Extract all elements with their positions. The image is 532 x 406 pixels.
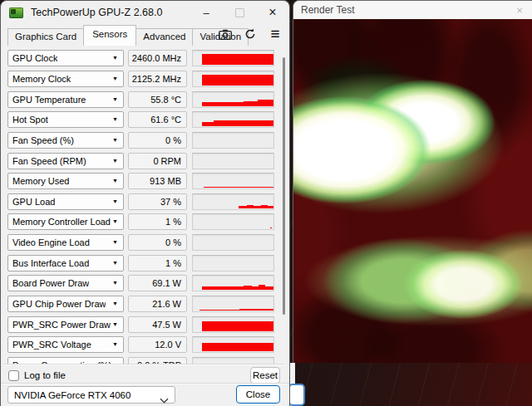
window-title: TechPowerUp GPU-Z 2.68.0 — [31, 7, 162, 18]
dropdown-arrow-icon: ▼ — [112, 218, 118, 224]
sensor-dropdown[interactable]: GPU Load ▼ — [7, 193, 124, 210]
tab-sensors[interactable]: Sensors — [83, 25, 136, 46]
close-button[interactable]: Close — [236, 385, 280, 404]
graph-bar — [239, 309, 273, 311]
graph-bar — [214, 120, 257, 126]
sensor-dropdown[interactable]: Bus Interface Load ▼ — [7, 255, 124, 271]
gpu-select-dropdown[interactable]: NVIDIA GeForce RTX 4060 — [7, 386, 175, 404]
sensor-dropdown[interactable]: PWR_SRC Voltage ▼ — [7, 336, 124, 353]
sensor-row: GPU Clock ▼ 2460.0 MHz — [1, 48, 291, 69]
dropdown-arrow-icon: ▼ — [112, 76, 118, 81]
scrollbar-thumb[interactable] — [283, 57, 285, 315]
refresh-icon[interactable] — [243, 27, 258, 41]
sensor-graph — [192, 153, 274, 169]
sensor-value-box: 0 % — [128, 234, 187, 251]
sensor-graph — [192, 275, 274, 291]
gpuz-window: TechPowerUp GPU-Z 2.68.0 – × Graphics Ca… — [0, 0, 290, 406]
sensor-dropdown[interactable]: PWR_SRC Power Draw ▼ — [7, 316, 124, 333]
sensor-row: Fan Speed (%) ▼ 0 % — [1, 130, 291, 151]
graph-bar — [244, 286, 252, 291]
sensor-value-box: 0 RPM — [128, 153, 187, 169]
maximize-button[interactable] — [223, 2, 256, 23]
sensor-graph — [192, 132, 274, 149]
graph-bar — [204, 187, 273, 188]
sensor-graph — [192, 173, 274, 189]
sensor-graph — [192, 91, 274, 108]
sensor-label: PWR_SRC Power Draw — [12, 320, 111, 330]
reset-button[interactable]: Reset — [250, 367, 280, 384]
sensor-dropdown[interactable]: Memory Used ▼ — [7, 173, 124, 189]
camera-icon[interactable] — [218, 27, 233, 41]
sensor-value-box: 2125.2 MHz — [128, 71, 187, 87]
close-window-button[interactable]: × — [256, 2, 289, 23]
sensor-value-box: 0 % — [128, 132, 187, 149]
sensor-graph — [192, 71, 274, 87]
graph-bar — [254, 206, 262, 208]
sensor-value-box: 12.0 V — [128, 336, 187, 353]
sensor-graph — [192, 316, 274, 333]
background-button-fragment — [288, 384, 305, 406]
render-test-titlebar: Render Test × — [293, 1, 532, 19]
graph-bar — [202, 343, 273, 351]
sensor-label: Memory Clock — [12, 74, 71, 84]
sensor-dropdown[interactable]: Memory Clock ▼ — [7, 71, 124, 87]
graph-bar — [270, 227, 272, 228]
maximize-icon — [235, 8, 244, 17]
graph-bar — [259, 285, 266, 290]
sensor-dropdown[interactable]: Board Power Draw ▼ — [7, 275, 124, 291]
render-test-window: Render Test × — [293, 0, 532, 363]
graph-bar — [202, 54, 273, 65]
sensor-value-box: 55.8 °C — [128, 91, 187, 108]
dropdown-arrow-icon: ▼ — [112, 301, 118, 306]
sensor-row: PWR_SRC Power Draw ▼ 47.5 W — [1, 314, 291, 335]
sensor-value: 2460.0 MHz — [132, 53, 181, 63]
sensor-label: GPU Chip Power Draw — [12, 299, 106, 309]
graph-bar — [202, 102, 244, 106]
sensor-dropdown[interactable]: Memory Controller Load ▼ — [7, 213, 124, 230]
graph-bar — [244, 101, 257, 106]
sensor-value: 12.0 V — [155, 340, 181, 350]
sensor-dropdown[interactable]: Fan Speed (RPM) ▼ — [7, 153, 124, 169]
sensor-dropdown[interactable]: GPU Temperature ▼ — [7, 91, 124, 108]
sensor-dropdown[interactable]: GPU Chip Power Draw ▼ — [7, 296, 124, 312]
sensor-label: GPU Clock — [12, 53, 57, 63]
tab-advanced[interactable]: Advanced — [135, 28, 193, 46]
sensor-list: GPU Clock ▼ 2460.0 MHz Memory Clock ▼ 21… — [1, 48, 291, 364]
sensor-dropdown[interactable]: Video Engine Load ▼ — [7, 234, 124, 251]
log-to-file-label: Log to file — [24, 370, 66, 380]
sensor-value: 913 MB — [150, 176, 181, 186]
sensor-row: Hot Spot ▼ 61.6 °C — [1, 110, 291, 130]
graph-bar — [202, 75, 273, 86]
sensor-row: Board Power Draw ▼ 69.1 W — [1, 273, 291, 294]
minimize-button[interactable]: – — [190, 2, 223, 23]
gpuz-titlebar: TechPowerUp GPU-Z 2.68.0 – × — [1, 1, 289, 24]
sensor-value: 69.1 W — [152, 278, 181, 288]
sensor-graph — [192, 193, 274, 210]
dropdown-arrow-icon: ▼ — [112, 341, 118, 347]
sensor-value: 55.8 °C — [150, 95, 181, 105]
sensor-label: Bus Interface Load — [12, 258, 89, 268]
sensor-label: GPU Load — [12, 197, 55, 207]
dropdown-arrow-icon: ▼ — [112, 96, 118, 102]
sensor-graph — [192, 111, 274, 128]
sensor-label: PWR_SRC Voltage — [12, 340, 91, 350]
tab-graphics-card[interactable]: Graphics Card — [7, 28, 84, 46]
graph-bar — [258, 100, 273, 105]
sensor-row: Video Engine Load ▼ 0 % — [1, 232, 291, 253]
dropdown-arrow-icon: ▼ — [112, 158, 118, 164]
divider — [1, 383, 289, 384]
dropdown-arrow-icon: ▼ — [112, 55, 118, 61]
sensor-row: Memory Used ▼ 913 MB — [1, 171, 291, 192]
sensor-dropdown[interactable]: GPU Clock ▼ — [7, 50, 124, 66]
sensor-value: 2125.2 MHz — [132, 74, 181, 84]
graph-bar — [239, 206, 247, 208]
menu-icon[interactable]: ≡ — [268, 27, 283, 41]
render-test-close-button[interactable]: × — [512, 3, 527, 17]
sensor-dropdown[interactable]: Fan Speed (%) ▼ — [7, 132, 124, 149]
sensor-dropdown[interactable]: Power Consumption (%) ▼ — [7, 357, 124, 364]
render-test-canvas — [293, 19, 532, 363]
graph-bar — [202, 122, 214, 126]
log-to-file-checkbox[interactable] — [8, 370, 19, 381]
sensor-dropdown[interactable]: Hot Spot ▼ — [7, 111, 124, 128]
sensor-value-box: 61.6 °C — [128, 111, 187, 128]
